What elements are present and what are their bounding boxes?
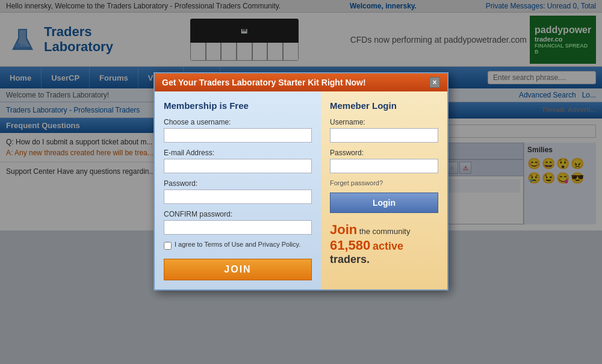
login-password-field[interactable]: [330, 159, 438, 173]
modal-left: Membership is Free Choose a username: E-…: [155, 91, 321, 230]
email-label: E-mail Address:: [164, 149, 312, 157]
email-field[interactable]: [164, 159, 312, 173]
join-word: Join: [330, 222, 357, 230]
confirm-field[interactable]: [164, 220, 312, 230]
forgot-link[interactable]: Forget password?: [330, 179, 438, 187]
password-label: Password:: [164, 179, 312, 188]
password-field[interactable]: [164, 190, 312, 204]
login-password-label: Password:: [330, 149, 438, 157]
confirm-label: CONFIRM password:: [164, 210, 312, 218]
modal-overlay: Get Your Traders Laboratory Starter Kit …: [0, 0, 602, 230]
username-label: Choose a username:: [164, 118, 312, 126]
membership-title: Membership is Free: [164, 100, 312, 111]
login-username-field[interactable]: [330, 128, 438, 143]
modal-header: Get Your Traders Laboratory Starter Kit …: [155, 73, 447, 91]
modal-title: Get Your Traders Laboratory Starter Kit …: [162, 78, 366, 87]
modal-body: Membership is Free Choose a username: E-…: [155, 91, 447, 230]
login-username-label: Username:: [330, 118, 438, 126]
username-field[interactable]: [164, 128, 312, 143]
login-btn[interactable]: Login: [330, 193, 438, 213]
modal-right: Memeber Login Username: Password: Forget…: [321, 91, 447, 230]
join-promo: Join the community 61,580 active traders…: [330, 222, 438, 230]
modal-dialog: Get Your Traders Laboratory Starter Kit …: [154, 72, 448, 230]
modal-close-btn[interactable]: ×: [429, 77, 440, 88]
login-title: Memeber Login: [330, 100, 438, 111]
